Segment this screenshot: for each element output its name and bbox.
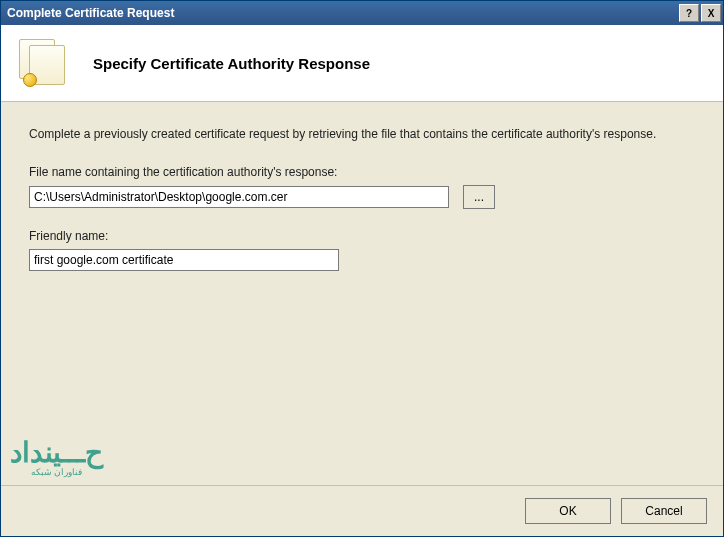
file-path-input[interactable]	[29, 186, 449, 208]
watermark-logo: ح‌ـــینداد فناوران شبکه	[10, 436, 103, 477]
watermark-main: ح‌ـــینداد	[10, 437, 103, 468]
watermark-sub: فناوران شبکه	[10, 467, 103, 477]
dialog-footer: OK Cancel	[1, 485, 723, 536]
close-button[interactable]: X	[701, 4, 721, 22]
browse-button[interactable]: ...	[463, 185, 495, 209]
friendly-row	[29, 249, 695, 271]
file-row: ...	[29, 185, 695, 209]
file-label: File name containing the certification a…	[29, 165, 695, 179]
friendly-name-input[interactable]	[29, 249, 339, 271]
ok-button[interactable]: OK	[525, 498, 611, 524]
close-icon: X	[708, 8, 715, 19]
header-panel: Specify Certificate Authority Response	[1, 25, 723, 102]
content-area: Complete a previously created certificat…	[1, 102, 723, 485]
intro-text: Complete a previously created certificat…	[29, 126, 695, 143]
cancel-button[interactable]: Cancel	[621, 498, 707, 524]
page-title: Specify Certificate Authority Response	[93, 55, 370, 72]
certificate-icon	[19, 39, 75, 87]
friendly-name-label: Friendly name:	[29, 229, 695, 243]
window-title: Complete Certificate Request	[7, 6, 679, 20]
titlebar: Complete Certificate Request ? X	[1, 1, 723, 25]
dialog-window: Complete Certificate Request ? X Specify…	[0, 0, 724, 537]
ellipsis-icon: ...	[474, 190, 484, 204]
help-button[interactable]: ?	[679, 4, 699, 22]
titlebar-buttons: ? X	[679, 4, 721, 22]
help-icon: ?	[686, 8, 692, 19]
